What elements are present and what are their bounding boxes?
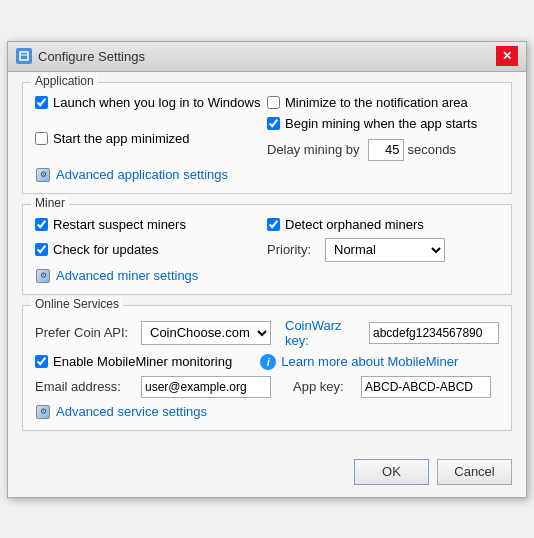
- minimize-notification-label: Minimize to the notification area: [285, 95, 468, 110]
- enable-mobile-label: Enable MobileMiner monitoring: [53, 354, 232, 369]
- miner-col-left-1: Restart suspect miners: [35, 217, 267, 232]
- app-advanced-row: ⚙ Advanced application settings: [35, 167, 499, 183]
- start-minimized-label: Start the app minimized: [53, 131, 190, 146]
- appkey-input[interactable]: [361, 376, 491, 398]
- app-col-left-1: Launch when you log in to Windows: [35, 95, 267, 110]
- priority-row: Priority: Normal Low High Above Normal B…: [267, 238, 499, 262]
- delay-seconds: seconds: [408, 142, 456, 157]
- prefer-coin-label: Prefer Coin API:: [35, 325, 135, 340]
- application-section-title: Application: [31, 74, 98, 88]
- email-label: Email address:: [35, 379, 135, 394]
- restart-suspect-checkbox-label[interactable]: Restart suspect miners: [35, 217, 267, 232]
- begin-mining-label: Begin mining when the app starts: [285, 116, 477, 131]
- coinwarz-link[interactable]: CoinWarz key:: [285, 318, 359, 348]
- learn-more-link[interactable]: Learn more about MobileMiner: [281, 354, 458, 369]
- app-col-left-2: Start the app minimized: [35, 131, 267, 146]
- launch-windows-label: Launch when you log in to Windows: [53, 95, 260, 110]
- miner-col-right-2: Priority: Normal Low High Above Normal B…: [267, 238, 499, 262]
- miner-col-left-2: Check for updates: [35, 242, 267, 257]
- priority-label: Priority:: [267, 242, 317, 257]
- learn-more-label: Learn more about MobileMiner: [281, 354, 458, 369]
- check-updates-checkbox-label[interactable]: Check for updates: [35, 242, 267, 257]
- delay-row: Delay mining by seconds: [267, 139, 499, 161]
- miner-section: Miner Restart suspect miners Detect orph…: [22, 204, 512, 295]
- begin-mining-checkbox-label[interactable]: Begin mining when the app starts: [267, 116, 499, 131]
- miner-section-title: Miner: [31, 196, 69, 210]
- app-col-right-1: Minimize to the notification area: [267, 95, 499, 110]
- miner-col-right-1: Detect orphaned miners: [267, 217, 499, 232]
- miner-row-1: Restart suspect miners Detect orphaned m…: [35, 217, 499, 232]
- application-section-body: Launch when you log in to Windows Minimi…: [35, 95, 499, 183]
- launch-windows-checkbox-label[interactable]: Launch when you log in to Windows: [35, 95, 267, 110]
- detect-orphaned-checkbox-label[interactable]: Detect orphaned miners: [267, 217, 499, 232]
- online-section-title: Online Services: [31, 297, 123, 311]
- advanced-miner-label: Advanced miner settings: [56, 268, 198, 283]
- service-advanced-row: ⚙ Advanced service settings: [35, 404, 499, 420]
- delay-input[interactable]: [368, 139, 404, 161]
- online-section-body: Prefer Coin API: CoinChoose.com CoinWarz…: [35, 318, 499, 420]
- advanced-miner-link[interactable]: ⚙ Advanced miner settings: [35, 268, 198, 284]
- detect-orphaned-label: Detect orphaned miners: [285, 217, 424, 232]
- prefer-coin-select[interactable]: CoinChoose.com CoinWarz.com: [141, 321, 271, 345]
- advanced-application-link[interactable]: ⚙ Advanced application settings: [35, 167, 228, 183]
- advanced-service-link-icon: ⚙: [35, 404, 51, 420]
- title-bar-left: Configure Settings: [16, 48, 145, 64]
- minimize-notification-checkbox[interactable]: [267, 96, 280, 109]
- application-section: Application Launch when you log in to Wi…: [22, 82, 512, 194]
- start-minimized-checkbox[interactable]: [35, 132, 48, 145]
- check-updates-label: Check for updates: [53, 242, 159, 257]
- title-bar: Configure Settings ✕: [8, 42, 526, 72]
- close-button[interactable]: ✕: [496, 46, 518, 66]
- enable-mobile-checkbox-label[interactable]: Enable MobileMiner monitoring: [35, 354, 232, 369]
- minimize-notification-checkbox-label[interactable]: Minimize to the notification area: [267, 95, 499, 110]
- coinwarz-label-text: CoinWarz key:: [285, 318, 342, 348]
- restart-suspect-label: Restart suspect miners: [53, 217, 186, 232]
- start-minimized-checkbox-label[interactable]: Start the app minimized: [35, 131, 267, 146]
- appkey-label: App key:: [293, 379, 351, 394]
- advanced-miner-icon-img: ⚙: [36, 269, 50, 283]
- advanced-service-label: Advanced service settings: [56, 404, 207, 419]
- online-section: Online Services Prefer Coin API: CoinCho…: [22, 305, 512, 431]
- restart-suspect-checkbox[interactable]: [35, 218, 48, 231]
- launch-windows-checkbox[interactable]: [35, 96, 48, 109]
- api-row: Prefer Coin API: CoinChoose.com CoinWarz…: [35, 318, 499, 348]
- coinwarz-input[interactable]: [369, 322, 499, 344]
- bottom-bar: OK Cancel: [8, 451, 526, 497]
- app-col-right-2: Begin mining when the app starts Delay m…: [267, 116, 499, 161]
- mobile-row: Enable MobileMiner monitoring i Learn mo…: [35, 354, 499, 370]
- delay-label: Delay mining by: [267, 142, 360, 157]
- ok-button[interactable]: OK: [354, 459, 429, 485]
- app-row-2: Start the app minimized Begin mining whe…: [35, 116, 499, 161]
- miner-advanced-row: ⚙ Advanced miner settings: [35, 268, 499, 284]
- check-updates-checkbox[interactable]: [35, 243, 48, 256]
- window-title: Configure Settings: [38, 49, 145, 64]
- begin-mining-checkbox[interactable]: [267, 117, 280, 130]
- app-row-1: Launch when you log in to Windows Minimi…: [35, 95, 499, 110]
- advanced-app-link-icon: ⚙: [35, 167, 51, 183]
- svg-rect-0: [20, 52, 28, 60]
- configure-settings-dialog: Configure Settings ✕ Application Launch …: [7, 41, 527, 498]
- advanced-application-label: Advanced application settings: [56, 167, 228, 182]
- enable-mobile-checkbox[interactable]: [35, 355, 48, 368]
- detect-orphaned-checkbox[interactable]: [267, 218, 280, 231]
- info-icon: i: [260, 354, 276, 370]
- email-row: Email address: App key:: [35, 376, 499, 398]
- advanced-service-link[interactable]: ⚙ Advanced service settings: [35, 404, 207, 420]
- window-content: Application Launch when you log in to Wi…: [8, 72, 526, 451]
- window-icon: [16, 48, 32, 64]
- advanced-service-icon-img: ⚙: [36, 405, 50, 419]
- miner-row-2: Check for updates Priority: Normal Low H…: [35, 238, 499, 262]
- advanced-app-icon-img: ⚙: [36, 168, 50, 182]
- email-input[interactable]: [141, 376, 271, 398]
- priority-select[interactable]: Normal Low High Above Normal Below Norma…: [325, 238, 445, 262]
- miner-section-body: Restart suspect miners Detect orphaned m…: [35, 217, 499, 284]
- advanced-miner-link-icon: ⚙: [35, 268, 51, 284]
- cancel-button[interactable]: Cancel: [437, 459, 512, 485]
